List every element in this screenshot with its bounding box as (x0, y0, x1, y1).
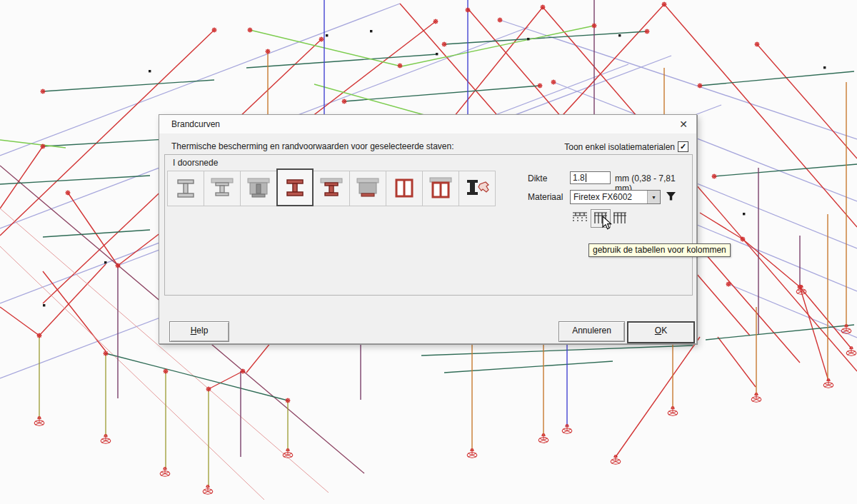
i-section-unprotected-icon (171, 176, 200, 201)
column-table-alt-icon (613, 211, 627, 226)
i-section-box-top-slab-button[interactable] (422, 171, 459, 206)
i-section-encased-contour-button[interactable] (349, 171, 386, 206)
filter-checkbox-label: Toon enkel isolatiematerialen (564, 142, 675, 152)
i-section-box-protection-button[interactable] (386, 171, 423, 206)
beam-table-icon (572, 211, 588, 224)
i-section-unprotected-button[interactable] (167, 171, 204, 206)
text-caret (586, 173, 586, 182)
i-section-encased-icon (244, 176, 273, 201)
i-section-groupbox: I doorsnede (164, 154, 693, 296)
ok-button[interactable]: OK (627, 321, 695, 343)
hanger-columns-olive (39, 336, 288, 487)
dialog-titlebar[interactable]: Brandcurven ✕ (159, 115, 696, 133)
protection-type-toolbar (167, 171, 495, 206)
material-label: Materiaal (528, 192, 563, 202)
groupbox-label: I doorsnede (173, 158, 218, 168)
filter-checkbox[interactable]: ✓ (678, 141, 688, 152)
selection-description-label: Thermische bescherming en randvoorwaarde… (171, 141, 454, 151)
thickness-value: 1.8 (573, 173, 585, 183)
material-dropdown[interactable]: Firetex FX6002 ▼ (570, 190, 661, 204)
i-section-user-defined-icon (463, 176, 491, 201)
i-section-box-protection-icon (390, 176, 419, 201)
close-icon[interactable]: ✕ (676, 117, 691, 131)
dialog-title: Brandcurven (171, 119, 220, 129)
i-section-box-top-slab-icon (426, 176, 455, 201)
tooltip: gebruik de tabellen voor kolommen (588, 243, 731, 257)
tables-for-columns-alt-button[interactable] (612, 211, 628, 226)
cancel-button[interactable]: Annuleren (558, 321, 625, 342)
i-section-contour-protection-icon (281, 176, 309, 200)
thickness-label: Dikte (528, 173, 547, 183)
application-canvas: Brandcurven ✕ Thermische bescherming en … (0, 0, 857, 504)
mouse-cursor-icon (602, 216, 612, 231)
i-section-top-slab-button[interactable] (204, 171, 241, 206)
i-section-top-slab-icon (208, 176, 236, 201)
filter-icon[interactable] (666, 191, 676, 201)
brandcurven-dialog: Brandcurven ✕ Thermische bescherming en … (159, 114, 697, 344)
help-button[interactable]: Help (169, 321, 229, 342)
thickness-input[interactable]: 1.8 (570, 171, 611, 184)
material-value: Firetex FX6002 (571, 191, 647, 203)
i-section-contour-protection-button[interactable] (276, 168, 314, 206)
i-section-encased-button[interactable] (240, 171, 277, 206)
i-section-contour-top-slab-button[interactable] (313, 171, 350, 206)
chevron-down-icon[interactable]: ▼ (647, 191, 660, 203)
i-section-user-defined-button[interactable] (458, 171, 496, 206)
tables-for-beams-button[interactable] (572, 211, 588, 224)
i-section-encased-contour-icon (354, 176, 382, 201)
i-section-contour-top-slab-icon (317, 176, 346, 201)
